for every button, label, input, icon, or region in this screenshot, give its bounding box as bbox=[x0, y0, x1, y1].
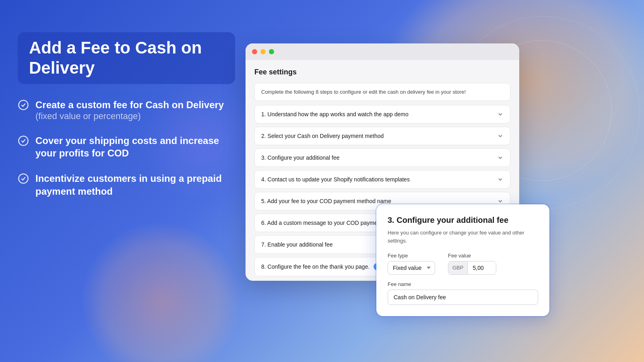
accordion-label-5: 5. Add your fee to your COD payment meth… bbox=[261, 198, 391, 204]
currency-prefix: GBP bbox=[448, 261, 468, 274]
fee-value-label: Fee value bbox=[448, 253, 496, 259]
configure-card-description: Here you can configure or change your fe… bbox=[388, 229, 538, 245]
accordion-label-8: 8. Configure the fee on the thank you pa… bbox=[261, 263, 369, 270]
fee-type-select[interactable]: Fixed value Percentage bbox=[388, 261, 435, 275]
configure-card: 3. Configure your additional fee Here yo… bbox=[376, 204, 549, 316]
dot-minimize[interactable] bbox=[260, 49, 266, 54]
accordion-label-7: 7. Enable your additional fee bbox=[261, 241, 332, 248]
fee-type-group: Fee type Fixed value Percentage bbox=[388, 253, 435, 275]
chevron-icon-1 bbox=[497, 111, 504, 117]
background-blob-bottom-left bbox=[80, 221, 242, 362]
fee-name-input[interactable] bbox=[388, 290, 538, 305]
fee-value-wrapper: GBP bbox=[448, 261, 496, 275]
feature-item-1: Create a custom fee for Cash on Delivery… bbox=[18, 99, 235, 121]
feature-text-1: Create a custom fee for Cash on Delivery… bbox=[35, 99, 224, 121]
fee-name-label: Fee name bbox=[388, 281, 538, 287]
configure-card-title: 3. Configure your additional fee bbox=[388, 216, 538, 225]
features-list: Create a custom fee for Cash on Delivery… bbox=[18, 99, 235, 197]
fee-type-label: Fee type bbox=[388, 253, 435, 259]
fee-settings-title: Fee settings bbox=[254, 68, 510, 76]
accordion-label-4: 4. Contact us to update your Shopify not… bbox=[261, 176, 410, 183]
svg-point-2 bbox=[19, 174, 28, 183]
fee-value-group: Fee value GBP bbox=[448, 253, 496, 275]
accordion-step-1[interactable]: 1. Understand how the app works and watc… bbox=[254, 105, 510, 123]
left-panel: Add a Fee to Cash on Delivery Create a c… bbox=[18, 32, 235, 197]
accordion-step-2[interactable]: 2. Select your Cash on Delivery payment … bbox=[254, 127, 510, 145]
check-circle-icon-3 bbox=[18, 173, 29, 184]
fee-value-input[interactable] bbox=[468, 261, 496, 274]
fee-name-group: Fee name bbox=[388, 281, 538, 305]
accordion-step-3[interactable]: 3. Configure your additional fee bbox=[254, 148, 510, 167]
accordion-label-1: 1. Understand how the app works and watc… bbox=[261, 111, 409, 117]
main-title: Add a Fee to Cash on Delivery bbox=[29, 38, 224, 78]
svg-point-1 bbox=[19, 136, 28, 145]
fields-row: Fee type Fixed value Percentage Fee valu… bbox=[388, 253, 538, 275]
accordion-label-2: 2. Select your Cash on Delivery payment … bbox=[261, 133, 384, 139]
feature-item-3: Incentivize customers in using a prepaid… bbox=[18, 172, 235, 197]
accordion-step-4[interactable]: 4. Contact us to update your Shopify not… bbox=[254, 170, 510, 189]
title-wrapper: Add a Fee to Cash on Delivery bbox=[18, 32, 235, 84]
check-circle-icon-2 bbox=[18, 135, 29, 146]
check-circle-icon-1 bbox=[18, 99, 29, 111]
chevron-icon-3 bbox=[497, 154, 504, 161]
accordion-label-3: 3. Configure your additional fee bbox=[261, 154, 340, 161]
chevron-icon-2 bbox=[497, 133, 504, 139]
dot-maximize[interactable] bbox=[269, 49, 274, 54]
feature-item-2: Cover your shipping costs and increase y… bbox=[18, 134, 235, 159]
window-titlebar bbox=[246, 43, 519, 60]
chevron-icon-4 bbox=[497, 176, 504, 183]
feature-text-2: Cover your shipping costs and increase y… bbox=[35, 134, 235, 159]
dot-close[interactable] bbox=[252, 49, 257, 54]
svg-point-0 bbox=[19, 100, 28, 109]
info-banner: Complete the following 8 steps to config… bbox=[254, 83, 510, 101]
feature-text-3: Incentivize customers in using a prepaid… bbox=[35, 172, 235, 197]
chevron-icon-5 bbox=[497, 198, 504, 204]
